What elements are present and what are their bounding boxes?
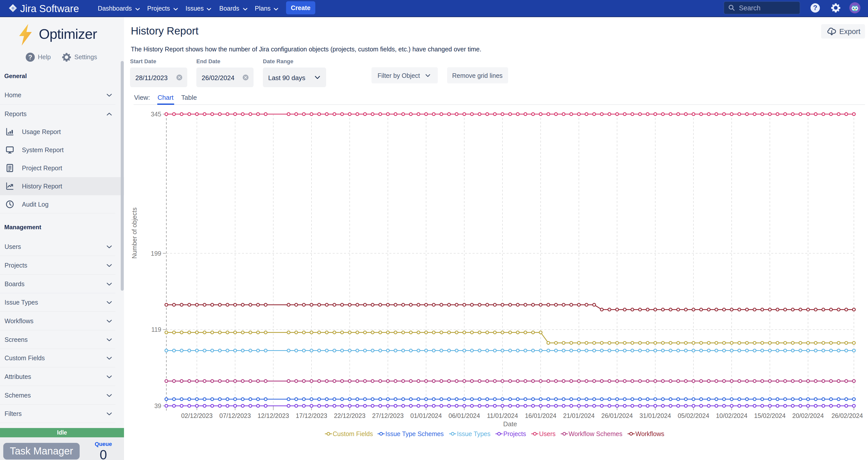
svg-text:26/01/2024: 26/01/2024 bbox=[601, 412, 633, 419]
svg-text:Users: Users bbox=[539, 430, 556, 437]
svg-text:12/12/2023: 12/12/2023 bbox=[257, 412, 289, 419]
svg-text:31/01/2024: 31/01/2024 bbox=[640, 412, 671, 419]
svg-text:27/12/2023: 27/12/2023 bbox=[372, 412, 403, 419]
svg-text:10/02/2024: 10/02/2024 bbox=[716, 412, 747, 419]
svg-text:07/12/2023: 07/12/2023 bbox=[219, 412, 251, 419]
svg-text:Workflow Schemes: Workflow Schemes bbox=[568, 430, 622, 437]
svg-text:345: 345 bbox=[151, 110, 161, 118]
svg-text:17/12/2023: 17/12/2023 bbox=[296, 412, 327, 419]
svg-text:26/02/2024: 26/02/2024 bbox=[832, 412, 863, 419]
svg-text:06/01/2024: 06/01/2024 bbox=[448, 412, 480, 419]
svg-text:Issue Type Schemes: Issue Type Schemes bbox=[385, 430, 444, 437]
svg-text:20/02/2024: 20/02/2024 bbox=[793, 412, 824, 419]
svg-text:11/01/2024: 11/01/2024 bbox=[487, 412, 518, 419]
svg-text:05/02/2024: 05/02/2024 bbox=[678, 412, 709, 419]
svg-text:01/01/2024: 01/01/2024 bbox=[410, 412, 442, 419]
svg-text:Projects: Projects bbox=[503, 430, 526, 437]
svg-text:16/01/2024: 16/01/2024 bbox=[525, 412, 557, 419]
svg-text:22/12/2023: 22/12/2023 bbox=[334, 412, 366, 419]
svg-text:Issue Types: Issue Types bbox=[457, 430, 491, 437]
svg-text:119: 119 bbox=[151, 326, 161, 333]
svg-text:Custom Fields: Custom Fields bbox=[333, 430, 373, 437]
svg-text:21/01/2024: 21/01/2024 bbox=[563, 412, 594, 419]
svg-text:02/12/2023: 02/12/2023 bbox=[181, 412, 213, 419]
svg-text:Date: Date bbox=[503, 420, 517, 428]
svg-text:199: 199 bbox=[151, 250, 161, 257]
svg-text:39: 39 bbox=[154, 402, 161, 409]
svg-text:Workflows: Workflows bbox=[636, 430, 664, 437]
svg-text:Number of objects: Number of objects bbox=[131, 207, 138, 259]
svg-text:15/02/2024: 15/02/2024 bbox=[754, 412, 785, 419]
